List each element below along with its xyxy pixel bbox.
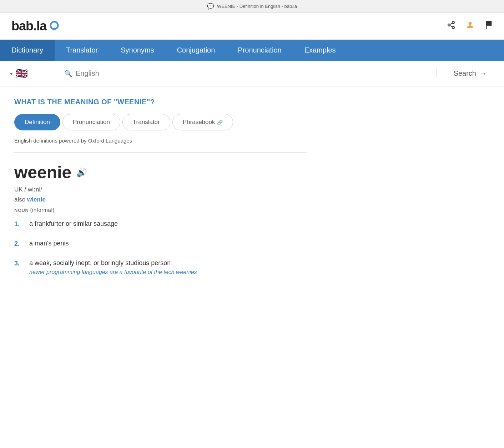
def-text-3: a weak, socially inept, or boringly stud… <box>29 259 197 267</box>
also-line: also wienie <box>14 196 307 203</box>
language-selector[interactable]: ▾ 🇬🇧 <box>0 61 57 86</box>
pronunciation: UK /ˈwiːni/ <box>14 186 307 193</box>
definitions-list: 1. a frankfurter or similar sausage 2. a… <box>14 220 307 275</box>
search-bar: ▾ 🇬🇧 🔍 Search → <box>0 61 504 86</box>
tab-definition[interactable]: Definition <box>14 114 60 130</box>
uk-flag-icon: 🇬🇧 <box>15 68 28 79</box>
content-divider <box>14 152 307 153</box>
def-content-1: a frankfurter or similar sausage <box>29 220 118 230</box>
def-content-3: a weak, socially inept, or boringly stud… <box>29 259 197 275</box>
browser-tab-bar: 💬 WEENIE - Definition in English - bab.l… <box>0 0 504 13</box>
external-link-icon: 🔗 <box>217 120 223 125</box>
def-number-2: 2. <box>14 240 23 248</box>
svg-point-8 <box>469 22 472 25</box>
phrasebook-label: Phrasebook <box>183 119 215 126</box>
word-class-line: NOUN (informal) <box>14 207 307 213</box>
word-title: weenie <box>14 163 71 182</box>
chevron-down-icon: ▾ <box>10 71 12 76</box>
also-label: also <box>14 196 25 203</box>
word-class: NOUN <box>14 208 29 213</box>
nav-item-examples[interactable]: Examples <box>293 40 347 61</box>
def-text-2: a man's penis <box>29 240 69 247</box>
flag-icon[interactable] <box>485 20 493 32</box>
content-tabs: Definition Pronunciation Translator Phra… <box>14 114 307 130</box>
svg-point-1 <box>51 23 57 28</box>
tab-translator[interactable]: Translator <box>122 114 170 130</box>
svg-marker-2 <box>52 29 54 31</box>
main-nav: Dictionary Translator Synonyms Conjugati… <box>0 40 504 61</box>
search-input[interactable] <box>76 69 429 78</box>
nav-item-dictionary[interactable]: Dictionary <box>0 40 55 61</box>
logo[interactable]: bab.la <box>11 19 61 34</box>
meaning-question-title: WHAT IS THE MEANING OF "WEENIE"? <box>14 98 307 106</box>
word-heading: weenie 🔊 <box>14 163 307 182</box>
nav-item-pronunciation[interactable]: Pronunciation <box>226 40 293 61</box>
search-button[interactable]: Search → <box>437 63 504 84</box>
user-icon[interactable] <box>465 20 475 32</box>
nav-item-translator[interactable]: Translator <box>55 40 109 61</box>
word-qualifier: (informal) <box>30 207 54 213</box>
tab-pronunciation[interactable]: Pronunciation <box>62 114 120 130</box>
def-number-3: 3. <box>14 259 23 267</box>
svg-line-6 <box>450 26 453 27</box>
search-button-label: Search <box>454 69 476 78</box>
oxford-credit: English definitions powered by Oxford La… <box>14 138 307 144</box>
arrow-right-icon: → <box>480 69 487 78</box>
header-icons <box>447 20 493 32</box>
tab-phrasebook[interactable]: Phrasebook 🔗 <box>172 114 233 130</box>
logo-bubble-icon <box>48 20 61 33</box>
definition-item-2: 2. a man's penis <box>14 240 307 249</box>
def-example-3: newer programming languages are a favour… <box>29 269 197 275</box>
search-icon: 🔍 <box>64 70 72 78</box>
site-header: bab.la <box>0 13 504 40</box>
tab-bar-title: WEENIE - Definition in English - bab.la <box>217 4 297 9</box>
also-word-link[interactable]: wienie <box>27 196 46 203</box>
share-icon[interactable] <box>447 21 455 31</box>
logo-text: bab.la <box>11 19 46 34</box>
nav-item-conjugation[interactable]: Conjugation <box>166 40 227 61</box>
def-text-1: a frankfurter or similar sausage <box>29 220 118 228</box>
pronunciation-text: UK /ˈwiːni/ <box>14 186 42 193</box>
nav-item-synonyms[interactable]: Synonyms <box>109 40 165 61</box>
def-content-2: a man's penis <box>29 240 69 249</box>
definition-item-3: 3. a weak, socially inept, or boringly s… <box>14 259 307 275</box>
main-content: WHAT IS THE MEANING OF "WEENIE"? Definit… <box>0 86 321 297</box>
definition-item-1: 1. a frankfurter or similar sausage <box>14 220 307 230</box>
search-input-area[interactable]: 🔍 <box>57 69 437 78</box>
def-number-1: 1. <box>14 220 23 228</box>
svg-line-7 <box>450 23 453 25</box>
tab-bar-icon: 💬 <box>207 3 214 10</box>
audio-icon[interactable]: 🔊 <box>76 168 87 178</box>
